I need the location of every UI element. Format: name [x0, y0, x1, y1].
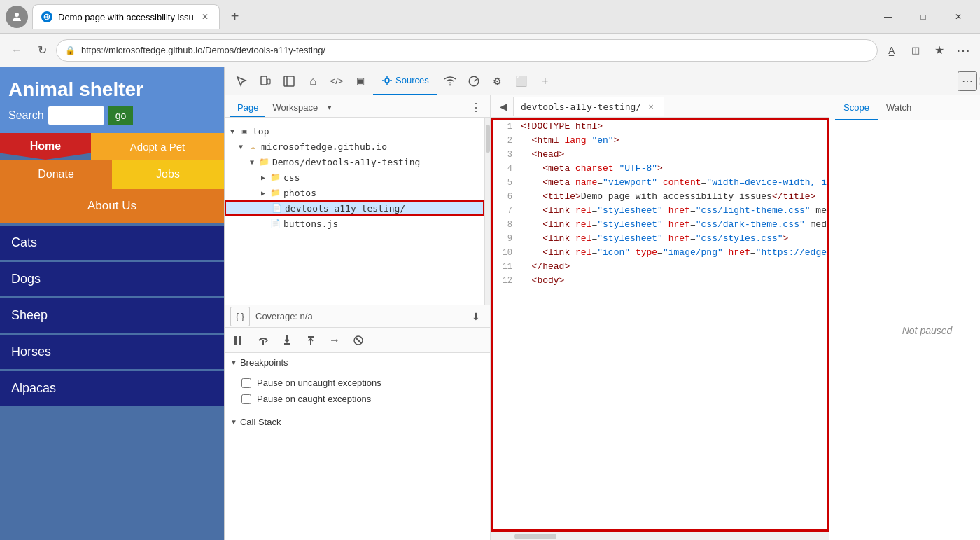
nav-about-btn[interactable]: About Us [0, 189, 224, 223]
site-nav-menu: Home Adopt a Pet Donate Jobs About Us [0, 133, 224, 223]
code-file-tab[interactable]: devtools-a11y-testing/ ✕ [513, 97, 664, 116]
step-btn[interactable]: → [326, 331, 344, 349]
tree-label-css: css [284, 172, 300, 183]
search-row: Search go [8, 106, 216, 125]
page-sub-tab[interactable]: Page [230, 99, 265, 117]
network-tab-icon[interactable]: ▣ [349, 70, 372, 92]
tree-item-main-file[interactable]: 📄 devtools-a11y-testing/ [225, 200, 484, 216]
pause-caught-item[interactable]: Pause on caught exceptions [225, 391, 490, 407]
not-paused-text: Not paused [902, 325, 953, 336]
device-emulation-btn[interactable] [254, 70, 276, 92]
code-content[interactable]: 1 <!DOCTYPE html> 2 <html lang="en"> 3 <… [491, 118, 829, 532]
devtools-more-btn[interactable]: ⋯ [958, 71, 977, 91]
code-panel-back-btn[interactable]: ◀ [493, 97, 513, 116]
tab-close-btn[interactable]: ✕ [200, 11, 211, 22]
nav-jobs-btn[interactable]: Jobs [112, 160, 224, 189]
debug-toolbar: → [225, 327, 490, 352]
call-stack-header[interactable]: ▼ Call Stack [225, 413, 490, 431]
tree-label-top: top [253, 126, 269, 137]
file-tree-panel: Page Workspace ▾ ⋮ ▼ ▣ top [225, 95, 491, 540]
code-horizontal-scrollbar[interactable] [491, 532, 829, 540]
toggle-sidebar-btn[interactable] [278, 70, 300, 92]
close-btn[interactable]: ✕ [942, 6, 974, 28]
tree-item-css[interactable]: ▶ 📁 css [225, 169, 484, 185]
animal-item-sheep[interactable]: Sheep [0, 298, 224, 333]
main-area: Animal shelter Search go Home Adopt a Pe… [0, 67, 980, 540]
nav-adopt-btn[interactable]: Adopt a Pet [91, 133, 224, 160]
file-tree-scrollbar[interactable] [484, 118, 490, 305]
settings-icon[interactable]: ⚙ [486, 70, 509, 92]
add-tab-btn[interactable]: + [534, 70, 556, 92]
coverage-download-btn[interactable]: ⬇ [468, 308, 484, 325]
sources-tab-label: Sources [396, 75, 429, 85]
code-line-5: 5 <meta name="viewport" content="width=d… [493, 176, 827, 190]
refresh-btn[interactable]: ↻ [31, 39, 53, 62]
breakpoints-header[interactable]: ▼ Breakpoints [225, 353, 490, 372]
scope-tab[interactable]: Scope [835, 95, 878, 120]
nav-donate-btn[interactable]: Donate [0, 160, 112, 189]
performance-icon[interactable] [463, 70, 485, 92]
workspace-dropdown-icon[interactable]: ▾ [328, 103, 332, 112]
immersive-reader-btn[interactable]: ◫ [904, 39, 927, 62]
read-aloud-btn[interactable]: A̲ [881, 39, 903, 62]
pause-uncaught-label: Pause on uncaught exceptions [257, 378, 382, 388]
sub-tab-more-btn[interactable]: ⋮ [468, 101, 484, 114]
breakpoints-label: Breakpoints [240, 357, 288, 368]
minimize-btn[interactable]: — [872, 6, 904, 28]
animal-item-horses[interactable]: Horses [0, 335, 224, 369]
pause-uncaught-checkbox[interactable] [241, 378, 251, 388]
breakpoints-content: Pause on uncaught exceptions Pause on ca… [225, 372, 490, 410]
code-line-6: 6 <title>Demo page with accessibility is… [493, 190, 827, 204]
animal-item-dogs[interactable]: Dogs [0, 262, 224, 296]
tree-item-buttons-js[interactable]: 📄 buttons.js [225, 216, 484, 231]
wifi-icon[interactable] [439, 70, 461, 92]
favorites-btn[interactable]: ★ [928, 39, 951, 62]
browser-tab[interactable]: Demo page with accessibility issu ✕ [32, 4, 220, 29]
profile-icon[interactable] [6, 6, 28, 28]
workspace-sub-tab[interactable]: Workspace [265, 99, 325, 117]
animal-item-alpacas[interactable]: Alpacas [0, 371, 224, 406]
maximize-btn[interactable]: □ [907, 6, 939, 28]
nav-home-btn[interactable]: Home [0, 133, 91, 160]
tree-item-demos[interactable]: ▼ 📁 Demos/devtools-a11y-testing [225, 154, 484, 169]
code-file-close-btn[interactable]: ✕ [645, 101, 657, 112]
svg-rect-2 [261, 76, 267, 85]
nav-bar: ← ↻ 🔒 https://microsoftedge.github.io/De… [0, 34, 980, 67]
css-folder-icon: 📁 [270, 172, 281, 183]
step-out-btn[interactable] [302, 331, 320, 349]
format-btn[interactable]: { } [230, 307, 250, 326]
new-tab-btn[interactable]: + [224, 6, 246, 28]
code-line-11: 11 </head> [493, 260, 827, 274]
pause-caught-checkbox[interactable] [241, 394, 251, 404]
tree-label-demos: Demos/devtools-a11y-testing [272, 157, 420, 167]
tree-item-photos[interactable]: ▶ 📁 photos [225, 185, 484, 200]
step-over-btn[interactable] [254, 331, 272, 349]
tree-arrow-demos: ▼ [250, 158, 258, 166]
inspect-element-btn[interactable] [230, 70, 253, 92]
code-line-2: 2 <html lang="en"> [493, 134, 827, 148]
svg-line-22 [356, 338, 361, 343]
back-btn[interactable]: ← [6, 39, 28, 62]
code-line-3: 3 <head> [493, 148, 827, 162]
console-tab-icon[interactable]: </> [326, 70, 348, 92]
sources-tab[interactable]: Sources [373, 67, 438, 95]
deactivate-breakpoints-btn[interactable] [349, 331, 368, 349]
svg-rect-15 [239, 336, 241, 345]
coverage-bar: { } Coverage: n/a ⬇ [225, 305, 490, 327]
pause-resume-btn[interactable] [230, 331, 248, 349]
coverage-text: Coverage: n/a [255, 311, 313, 321]
pause-uncaught-item[interactable]: Pause on uncaught exceptions [225, 375, 490, 391]
screen-icon[interactable]: ⬜ [510, 70, 533, 92]
address-bar[interactable]: 🔒 https://microsoftedge.github.io/Demos/… [56, 39, 878, 62]
search-go-btn[interactable]: go [108, 106, 134, 125]
animal-item-cats[interactable]: Cats [0, 226, 224, 260]
more-btn[interactable]: ⋯ [952, 39, 974, 62]
watch-tab[interactable]: Watch [878, 95, 920, 120]
tree-item-domain[interactable]: ▼ ☁ microsoftedge.github.io [225, 139, 484, 154]
domain-icon: ☁ [247, 141, 258, 152]
elements-tab-icon[interactable]: ⌂ [302, 70, 324, 92]
search-input[interactable] [48, 106, 104, 125]
top-icon: ▣ [239, 125, 250, 137]
step-into-btn[interactable] [278, 331, 296, 349]
tree-item-top[interactable]: ▼ ▣ top [225, 123, 484, 139]
